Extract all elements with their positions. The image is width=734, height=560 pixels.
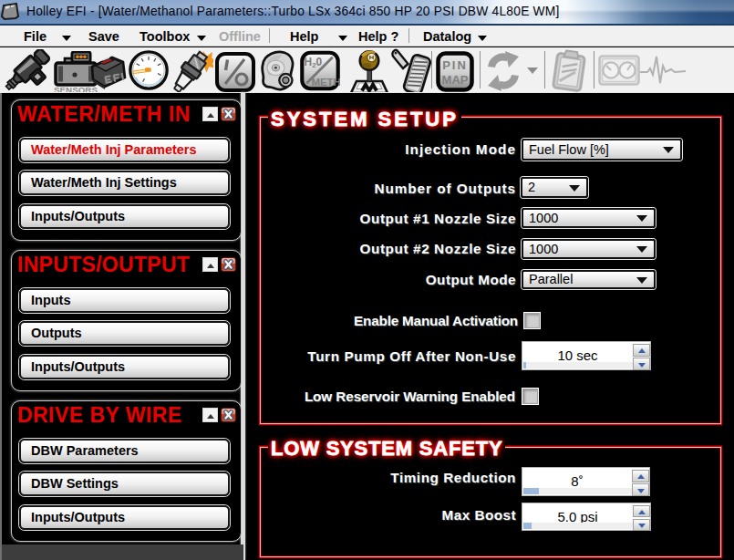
svg-text:METH: METH (311, 77, 340, 88)
svg-text:MAP: MAP (442, 73, 469, 87)
svg-text:PIN: PIN (442, 58, 468, 72)
